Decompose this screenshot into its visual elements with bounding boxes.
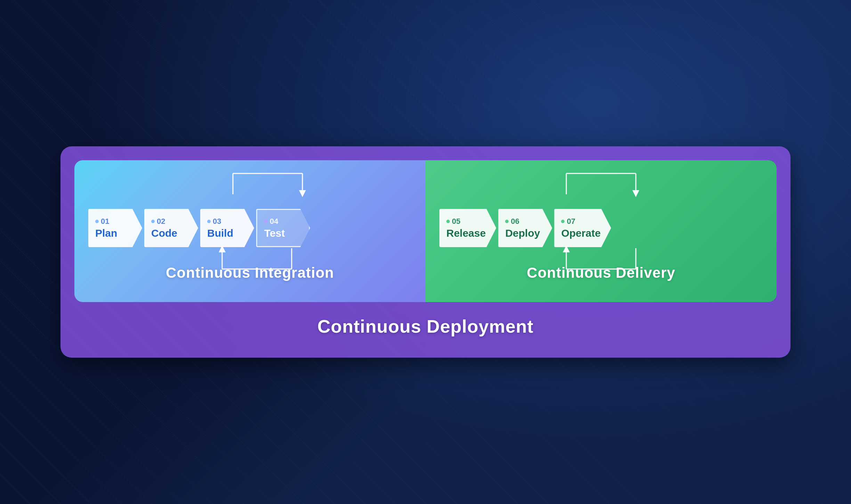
cd-section: 05 Release 06 Deploy 07 Operate (426, 160, 777, 302)
cd-up-arrow (545, 245, 657, 273)
stage-build-number: 03 (207, 217, 221, 226)
svg-marker-15 (563, 245, 570, 252)
svg-marker-3 (299, 190, 306, 197)
cd-stages: 05 Release 06 Deploy 07 Operate (439, 209, 763, 247)
ci-section: 01 Plan 02 Code 03 Build 04 Test (74, 160, 426, 302)
stage-deploy-label: Deploy (505, 227, 540, 239)
deployment-title: Continuous Deployment (60, 316, 791, 337)
stage-release: 05 Release (439, 209, 496, 247)
diagram-container: 01 Plan 02 Code 03 Build 04 Test (60, 146, 791, 358)
stage-plan-number: 01 (95, 217, 109, 226)
ci-feedback-arrow (212, 170, 323, 198)
stage-operate-number: 07 (561, 217, 575, 226)
cd-feedback-arrow (545, 170, 657, 198)
stage-build-label: Build (207, 227, 233, 239)
svg-marker-11 (632, 190, 639, 197)
ci-stages: 01 Plan 02 Code 03 Build 04 Test (88, 209, 412, 247)
stage-code: 02 Code (144, 209, 198, 247)
svg-marker-7 (219, 245, 226, 252)
stage-deploy-number: 06 (505, 217, 519, 226)
stage-plan-label: Plan (95, 227, 117, 239)
stage-test-label: Test (264, 227, 285, 239)
stage-test: 04 Test (256, 209, 310, 247)
stage-operate: 07 Operate (554, 209, 611, 247)
stage-code-label: Code (151, 227, 177, 239)
sections-row: 01 Plan 02 Code 03 Build 04 Test (60, 146, 791, 302)
stage-build: 03 Build (200, 209, 254, 247)
stage-test-number: 04 (264, 217, 278, 226)
stage-plan: 01 Plan (88, 209, 142, 247)
stage-release-label: Release (446, 227, 486, 239)
stage-deploy: 06 Deploy (498, 209, 552, 247)
stage-operate-label: Operate (561, 227, 600, 239)
stage-release-number: 05 (446, 217, 460, 226)
ci-up-arrow (201, 245, 313, 273)
stage-code-number: 02 (151, 217, 165, 226)
